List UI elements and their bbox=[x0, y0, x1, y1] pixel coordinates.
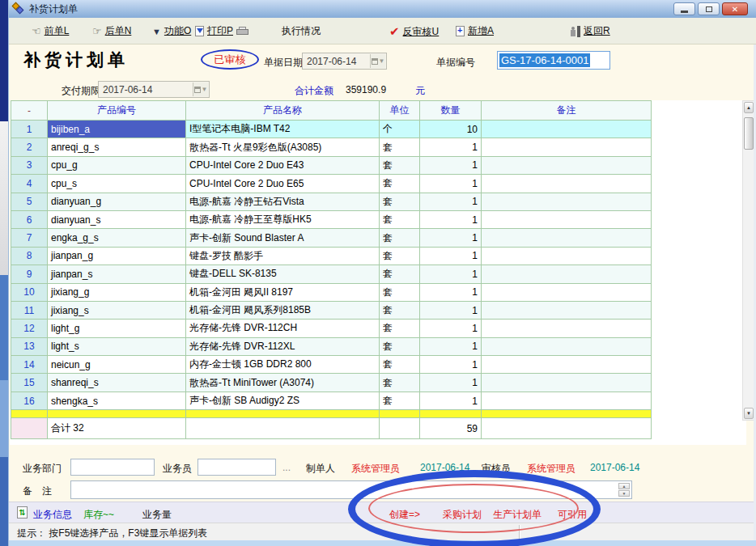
cell-num[interactable]: 3 bbox=[11, 156, 48, 174]
cell-unit[interactable]: 套 bbox=[380, 265, 420, 283]
cell-remark[interactable] bbox=[482, 283, 652, 301]
table-row[interactable]: 13light_s光存储-先锋 DVR-112XL套1 bbox=[11, 337, 652, 355]
cell-remark[interactable] bbox=[482, 265, 652, 283]
return-button[interactable]: 返回R bbox=[570, 24, 610, 38]
cell-num[interactable]: 7 bbox=[11, 229, 48, 247]
cell-unit[interactable]: 套 bbox=[380, 320, 420, 337]
cell-remark[interactable] bbox=[482, 337, 652, 355]
calendar-dropdown-icon[interactable]: ▼ bbox=[370, 54, 385, 68]
doc-no-input[interactable]: GS-17-06-14-0001 bbox=[497, 51, 610, 70]
cell-qty[interactable]: 1 bbox=[420, 193, 482, 210]
table-row[interactable]: 12light_g光存储-先锋 DVR-112CH套1 bbox=[11, 320, 652, 337]
scrollbar-thumb[interactable] bbox=[744, 117, 754, 150]
cell-unit[interactable]: 套 bbox=[380, 301, 420, 319]
cell-num[interactable]: 6 bbox=[11, 210, 48, 228]
table-row[interactable]: 16shengka_s声卡-创新 SB Audigy2 ZS套1 bbox=[11, 392, 652, 409]
cell-code[interactable]: cpu_g bbox=[48, 156, 186, 174]
cell-code[interactable]: shengka_s bbox=[48, 392, 186, 409]
close-button[interactable]: ✕ bbox=[722, 2, 748, 15]
cell-unit[interactable]: 套 bbox=[380, 337, 420, 355]
table-row[interactable]: 7engka_g_s声卡-创新 Sound Blaster A套1 bbox=[11, 229, 652, 247]
cell-num[interactable]: 1 bbox=[11, 121, 48, 138]
cell-qty[interactable]: 1 bbox=[420, 356, 482, 374]
cell-num[interactable]: 8 bbox=[11, 247, 48, 265]
scroll-down-icon[interactable]: ▼ bbox=[744, 408, 754, 419]
cell-num[interactable]: 15 bbox=[11, 374, 48, 392]
cell-code[interactable]: jianpan_g bbox=[48, 247, 186, 265]
biz-volume-link[interactable]: 业务量 bbox=[142, 508, 172, 522]
cell-num[interactable]: 14 bbox=[11, 356, 48, 374]
cell-code[interactable]: cpu_s bbox=[48, 175, 186, 193]
cell-code[interactable]: jixiang_g bbox=[48, 283, 186, 301]
table-row[interactable]: 4cpu_sCPU-Intel Core 2 Duo E65套1 bbox=[11, 175, 652, 193]
cell-unit[interactable]: 个 bbox=[380, 121, 420, 138]
cell-name[interactable]: CPU-Intel Core 2 Duo E65 bbox=[186, 175, 380, 193]
cell-name[interactable]: 键盘-DELL SK-8135 bbox=[186, 265, 380, 283]
cell-code[interactable]: jianpan_s bbox=[48, 265, 186, 283]
clerk-picker-button[interactable]: ... bbox=[282, 462, 291, 473]
cell-name[interactable]: 散热器-Tt 火星9彩色版(A3085) bbox=[186, 138, 380, 156]
function-button[interactable]: ▼ 功能O bbox=[152, 24, 191, 38]
clipped-yellow-row[interactable] bbox=[11, 410, 652, 418]
cell-name[interactable]: 电源-航嘉 冷静王钻石Vista bbox=[186, 193, 380, 210]
cell-qty[interactable]: 1 bbox=[420, 229, 482, 247]
table-row[interactable]: 15shanreqi_s散热器-Tt MiniTower (A3074)套1 bbox=[11, 374, 652, 392]
spinner-icon[interactable]: ▲▼ bbox=[618, 483, 630, 497]
cell-unit[interactable]: 套 bbox=[380, 374, 420, 392]
cell-remark[interactable] bbox=[482, 175, 652, 193]
cell-name[interactable]: 机箱-金河田 飓风系列8185B bbox=[186, 301, 380, 319]
cell-qty[interactable]: 1 bbox=[420, 301, 482, 319]
table-row[interactable]: 9jianpan_s键盘-DELL SK-8135套1 bbox=[11, 265, 652, 283]
next-doc-button[interactable]: ☞ 后单N bbox=[92, 24, 131, 38]
table-row[interactable]: 5dianyuan_g电源-航嘉 冷静王钻石Vista套1 bbox=[11, 193, 652, 210]
table-row[interactable]: 2anreqi_g_s散热器-Tt 火星9彩色版(A3085)套1 bbox=[11, 138, 652, 156]
cell-remark[interactable] bbox=[482, 356, 652, 374]
execution-status-label[interactable]: 执行情况 bbox=[282, 24, 321, 38]
cell-remark[interactable] bbox=[482, 193, 652, 210]
cell-qty[interactable]: 1 bbox=[420, 374, 482, 392]
table-row[interactable]: 1bijiben_aI型笔记本电脑-IBM T42个10 bbox=[11, 121, 652, 138]
table-row[interactable]: 14neicun_g内存-金士顿 1GB DDR2 800套1 bbox=[11, 356, 652, 374]
scroll-up-icon[interactable]: ▲ bbox=[744, 102, 754, 113]
cell-unit[interactable]: 套 bbox=[380, 247, 420, 265]
cell-unit[interactable]: 套 bbox=[380, 156, 420, 174]
cell-code[interactable]: jixiang_s bbox=[48, 301, 186, 319]
cell-name[interactable]: 散热器-Tt MiniTower (A3074) bbox=[186, 374, 380, 392]
cell-qty[interactable]: 1 bbox=[420, 247, 482, 265]
cell-name[interactable]: 电源-航嘉 冷静王至尊版HK5 bbox=[186, 210, 380, 228]
calendar-dropdown-icon[interactable]: ▼ bbox=[193, 83, 208, 96]
cell-qty[interactable]: 1 bbox=[420, 283, 482, 301]
unaudit-button[interactable]: ✔ 反审核U bbox=[389, 24, 439, 39]
cell-name[interactable]: 光存储-先锋 DVR-112XL bbox=[186, 337, 380, 355]
restore-button[interactable] bbox=[698, 2, 720, 15]
cell-qty[interactable]: 1 bbox=[420, 175, 482, 193]
cell-num[interactable]: 5 bbox=[11, 193, 48, 210]
cell-qty[interactable]: 1 bbox=[420, 337, 482, 355]
cell-remark[interactable] bbox=[482, 374, 652, 392]
deliver-date-input[interactable]: 2017-06-14 ▼ bbox=[98, 81, 210, 98]
cell-unit[interactable]: 套 bbox=[380, 210, 420, 228]
cell-remark[interactable] bbox=[482, 121, 652, 138]
cell-num[interactable]: 11 bbox=[11, 301, 48, 319]
cell-unit[interactable]: 套 bbox=[380, 175, 420, 193]
cell-code[interactable]: dianyuan_s bbox=[48, 210, 186, 228]
cell-unit[interactable]: 套 bbox=[380, 229, 420, 247]
cell-qty[interactable]: 1 bbox=[420, 138, 482, 156]
cell-remark[interactable] bbox=[482, 320, 652, 337]
cell-num[interactable]: 10 bbox=[11, 283, 48, 301]
cell-name[interactable]: 声卡-创新 SB Audigy2 ZS bbox=[186, 392, 380, 409]
cell-name[interactable]: CPU-Intel Core 2 Duo E43 bbox=[186, 156, 380, 174]
cell-remark[interactable] bbox=[482, 138, 652, 156]
biz-info-link[interactable]: 业务信息 bbox=[33, 508, 72, 522]
cell-name[interactable]: 机箱-金河田 飓风II 8197 bbox=[186, 283, 380, 301]
cell-num[interactable]: 13 bbox=[11, 337, 48, 355]
clerk-input[interactable] bbox=[197, 459, 276, 476]
cell-remark[interactable] bbox=[482, 229, 652, 247]
add-new-button[interactable]: + 新增A bbox=[456, 24, 494, 38]
cell-qty[interactable]: 1 bbox=[420, 156, 482, 174]
cell-qty[interactable]: 1 bbox=[420, 392, 482, 409]
table-row[interactable]: 10jixiang_g机箱-金河田 飓风II 8197套1 bbox=[11, 283, 652, 301]
cell-name[interactable]: 内存-金士顿 1GB DDR2 800 bbox=[186, 356, 380, 374]
cell-code[interactable]: light_s bbox=[48, 337, 186, 355]
cell-code[interactable]: light_g bbox=[48, 320, 186, 337]
